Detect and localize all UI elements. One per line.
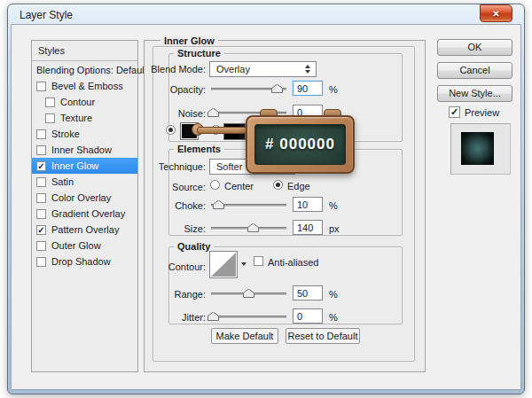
color-radio[interactable] (166, 125, 176, 135)
sidebar-list: Blending Options: DefaultBevel & EmbossC… (32, 62, 137, 269)
source-center-label: Center (224, 181, 254, 191)
choke-slider[interactable] (211, 199, 286, 210)
preview-label: Preview (465, 107, 499, 118)
styles-header: Styles (32, 41, 137, 61)
slider-thumb-icon (247, 223, 259, 232)
reset-to-default-button[interactable]: Reset to Default (286, 328, 360, 344)
size-label: Size: (147, 223, 206, 234)
sidebar-item-label: Gradient Overlay (51, 208, 125, 219)
slider-thumb-icon (213, 200, 224, 209)
antialiased-label: Anti-aliased (268, 257, 318, 268)
sidebar-item-blending-options-default[interactable]: Blending Options: Default (32, 62, 137, 78)
elements-legend: Elements (174, 144, 224, 154)
slider-thumb-icon (207, 312, 219, 321)
sidebar-item-satin[interactable]: Satin (32, 174, 137, 190)
opacity-unit: % (329, 84, 338, 95)
sidebar-item-label: Drop Shadow (51, 256, 111, 267)
range-slider[interactable] (211, 288, 286, 299)
sidebar-item-inner-shadow[interactable]: Inner Shadow (32, 142, 137, 158)
choke-field[interactable]: 10 (293, 197, 323, 212)
blend-mode-value: Overlay (216, 64, 250, 74)
style-checkbox[interactable] (36, 241, 46, 251)
blend-mode-select[interactable]: Overlay (209, 61, 317, 77)
sidebar-item-pattern-overlay[interactable]: Pattern Overlay (32, 222, 137, 238)
style-checkbox[interactable] (45, 98, 55, 107)
style-checkbox[interactable] (36, 129, 46, 139)
style-checkbox[interactable] (36, 161, 46, 171)
slider-thumb-icon (243, 289, 254, 298)
sidebar-item-label: Texture (60, 113, 92, 123)
choke-unit: % (329, 200, 338, 211)
sidebar-item-outer-glow[interactable]: Outer Glow (32, 238, 137, 254)
sidebar-item-gradient-overlay[interactable]: Gradient Overlay (32, 206, 137, 222)
color-tooltip: # 000000 (246, 115, 355, 174)
styles-panel: Styles Blending Options: DefaultBevel & … (31, 40, 138, 372)
quality-legend: Quality (174, 241, 214, 252)
preview-thumbnail (461, 132, 494, 165)
opacity-slider[interactable] (211, 83, 286, 94)
hex-value: # 000000 (265, 136, 335, 153)
noise-label: Noise: (147, 108, 206, 119)
structure-legend: Structure (174, 48, 224, 59)
sidebar-item-label: Bevel & Emboss (51, 81, 123, 91)
sidebar-item-label: Contour (60, 97, 95, 107)
technique-value: Softer (216, 161, 242, 172)
slider-thumb-icon (207, 108, 219, 117)
sidebar-item-label: Stroke (51, 129, 80, 139)
style-checkbox[interactable] (36, 209, 46, 219)
updown-arrows-icon (305, 65, 310, 74)
close-button[interactable]: ✕ (480, 4, 512, 22)
antialiased-checkbox[interactable] (254, 256, 263, 266)
layer-style-dialog: Layer Style ✕ Styles Blending Options: D… (0, 0, 532, 398)
style-checkbox[interactable] (45, 113, 55, 123)
source-center-radio[interactable] (210, 180, 220, 190)
contour-dropdown-icon[interactable] (241, 262, 246, 266)
sidebar-item-label: Inner Glow (51, 160, 98, 171)
close-icon: ✕ (492, 9, 499, 19)
choke-label: Choke: (147, 200, 206, 211)
size-field[interactable]: 140 (293, 220, 323, 235)
sidebar-item-bevel-emboss[interactable]: Bevel & Emboss (32, 78, 137, 94)
size-slider[interactable] (211, 222, 286, 233)
sidebar-item-inner-glow[interactable]: Inner Glow (32, 158, 137, 174)
contour-picker[interactable] (209, 251, 238, 278)
cancel-button[interactable]: Cancel (437, 62, 512, 79)
jitter-label: Jitter: (147, 312, 206, 323)
sidebar-item-drop-shadow[interactable]: Drop Shadow (32, 254, 137, 269)
source-edge-label: Edge (287, 181, 310, 191)
sidebar-item-label: Pattern Overlay (51, 224, 119, 235)
new-style-button[interactable]: New Style... (437, 85, 512, 102)
sidebar-item-label: Outer Glow (51, 240, 101, 251)
tooltip-pointer-icon (197, 127, 250, 134)
preview-checkbox[interactable] (449, 106, 460, 118)
slider-thumb-icon (271, 84, 283, 93)
contour-label: Contour: (147, 261, 206, 272)
style-checkbox[interactable] (36, 193, 46, 203)
ok-button[interactable]: OK (437, 39, 512, 56)
size-unit: px (329, 223, 340, 234)
style-checkbox[interactable] (36, 145, 46, 155)
range-field[interactable]: 50 (293, 285, 323, 300)
range-unit: % (329, 289, 338, 300)
preview-panel (450, 123, 511, 175)
blend-mode-label: Blend Mode: (147, 64, 206, 74)
make-default-button[interactable]: Make Default (211, 328, 278, 344)
opacity-field[interactable]: 90 (293, 81, 323, 96)
sidebar-item-stroke[interactable]: Stroke (32, 126, 137, 142)
technique-label: Technique: (147, 161, 206, 172)
sidebar-item-label: Color Overlay (51, 192, 111, 203)
jitter-slider[interactable] (211, 311, 286, 322)
style-checkbox[interactable] (36, 225, 46, 235)
tooltip-board: # 000000 (254, 124, 346, 165)
style-checkbox[interactable] (36, 257, 46, 267)
sidebar-item-label: Blending Options: Default (36, 65, 147, 75)
sidebar-item-contour[interactable]: Contour (32, 94, 137, 110)
sidebar-item-color-overlay[interactable]: Color Overlay (32, 190, 137, 206)
opacity-label: Opacity: (147, 84, 206, 95)
sidebar-item-texture[interactable]: Texture (32, 110, 137, 126)
style-checkbox[interactable] (36, 177, 46, 187)
style-checkbox[interactable] (36, 82, 46, 91)
jitter-unit: % (329, 312, 338, 323)
jitter-field[interactable]: 0 (293, 308, 323, 324)
source-edge-radio[interactable] (273, 180, 283, 190)
